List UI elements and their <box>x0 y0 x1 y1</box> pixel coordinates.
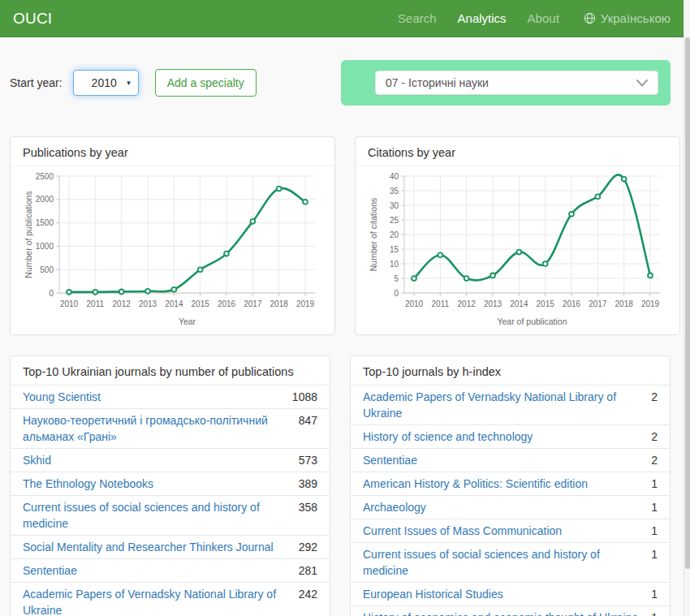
filter-controls: Start year: 2010 ▾ Add a specialty 07 - … <box>10 60 671 106</box>
journal-count: 292 <box>299 539 317 555</box>
journal-link[interactable]: Current issues of social sciences and hi… <box>23 499 299 532</box>
journal-row: Young Scientist1088 <box>11 385 330 408</box>
journal-link[interactable]: Науково-теоретичний і громадсько-політич… <box>23 412 299 445</box>
svg-text:40: 40 <box>390 172 399 181</box>
chart-point <box>569 212 574 217</box>
journal-count: 1 <box>651 523 658 539</box>
nav-item-about[interactable]: About <box>528 11 559 25</box>
journal-link[interactable]: History of science and technology <box>363 429 541 445</box>
chart-point <box>145 289 150 294</box>
journal-link[interactable]: Academic Papers of Vernadsky National Li… <box>23 586 299 616</box>
svg-text:500: 500 <box>40 265 54 274</box>
journal-row: Academic Papers of Vernadsky National Li… <box>351 385 670 424</box>
journal-count: 847 <box>299 412 317 429</box>
chart-point <box>277 187 282 192</box>
journal-row: Науково-теоретичний і громадсько-політич… <box>11 408 330 448</box>
svg-text:10: 10 <box>390 260 399 269</box>
chevron-down-icon <box>636 80 648 87</box>
svg-text:20: 20 <box>390 230 399 239</box>
svg-text:Year: Year <box>179 317 196 326</box>
specialty-panel: 07 - Історичні науки <box>341 60 671 106</box>
citations-chart-card: Citations by year 0510152025303540201020… <box>355 136 680 335</box>
journal-row: European Historical Studies1 <box>351 582 670 605</box>
chart-title: Citations by year <box>356 137 679 166</box>
journal-link[interactable]: European Historical Studies <box>363 586 511 602</box>
start-year-group: Start year: 2010 ▾ Add a specialty <box>10 69 257 97</box>
language-label: Українською <box>601 11 671 25</box>
start-year-label: Start year: <box>10 76 63 89</box>
svg-text:2010: 2010 <box>405 299 424 308</box>
journal-row: Sententiae2 <box>351 448 670 472</box>
journal-count: 1 <box>651 610 658 616</box>
language-switcher[interactable]: Українською <box>584 11 671 25</box>
start-year-value: 2010 <box>92 76 117 89</box>
journal-row: Skhid573 <box>11 448 330 472</box>
chart-point <box>412 276 416 281</box>
svg-text:2011: 2011 <box>87 299 105 308</box>
journal-link[interactable]: Skhid <box>23 452 59 468</box>
chart-point <box>622 177 627 182</box>
chart-point <box>490 274 495 278</box>
journal-link[interactable]: Archaeology <box>363 499 434 515</box>
table-title: Top-10 journals by h-index <box>351 356 670 385</box>
svg-text:2018: 2018 <box>615 299 634 308</box>
svg-text:2019: 2019 <box>296 299 315 308</box>
chart-point <box>224 252 229 256</box>
svg-text:2014: 2014 <box>165 299 183 308</box>
svg-text:2016: 2016 <box>563 299 581 308</box>
table-title: Top-10 Ukrainian journals by number of p… <box>11 356 330 385</box>
svg-text:1500: 1500 <box>36 218 54 227</box>
brand-logo[interactable]: OUCI <box>13 10 52 28</box>
journal-count: 1 <box>651 586 658 602</box>
journal-count: 1 <box>651 546 658 562</box>
nav-item-analytics[interactable]: Analytics <box>458 11 507 25</box>
journal-link[interactable]: The Ethnology Notebooks <box>23 476 162 492</box>
start-year-select[interactable]: 2010 ▾ <box>73 70 139 96</box>
journal-count: 242 <box>299 586 317 602</box>
journal-row: Academic Papers of Vernadsky National Li… <box>11 582 330 616</box>
citations-chart: 0510152025303540201020112012201320142015… <box>367 168 668 330</box>
journal-link[interactable]: Current issues of social sciences and hi… <box>363 546 651 579</box>
specialty-select[interactable]: 07 - Історичні науки <box>375 71 658 95</box>
svg-text:2012: 2012 <box>458 299 477 308</box>
journal-row: Current issues of social sciences and hi… <box>11 495 330 535</box>
charts-row: Publications by year 0500100015002000250… <box>10 136 671 335</box>
page-scrollbar-track[interactable] <box>684 0 690 616</box>
journal-link[interactable]: Current Issues of Mass Communication <box>363 523 570 539</box>
journal-count: 2 <box>651 429 658 445</box>
journal-count: 1 <box>651 476 658 492</box>
chart-point <box>198 267 203 272</box>
chart-point <box>67 290 71 295</box>
svg-text:Number of citations: Number of citations <box>369 198 378 271</box>
journal-count: 1 <box>651 499 658 515</box>
journal-row: Archaeology1 <box>351 495 670 519</box>
chart-point <box>93 290 97 295</box>
page-scrollbar-thumb[interactable] <box>685 37 690 569</box>
svg-text:2015: 2015 <box>537 299 555 308</box>
globe-icon <box>584 12 596 24</box>
top-navbar: OUCI Search Analytics About Українською <box>0 0 684 37</box>
specialty-value: 07 - Історичні науки <box>386 76 489 89</box>
svg-text:2013: 2013 <box>139 299 157 308</box>
journal-link[interactable]: Young Scientist <box>23 389 109 405</box>
chart-point <box>543 261 548 266</box>
journal-count: 1088 <box>292 389 317 405</box>
chart-title: Publications by year <box>11 137 334 166</box>
svg-text:0: 0 <box>394 289 399 298</box>
add-specialty-button[interactable]: Add a specialty <box>155 69 257 97</box>
journal-link[interactable]: Social Mentality and Researcher Thinkers… <box>23 539 282 555</box>
journal-link[interactable]: Sententiae <box>363 452 425 468</box>
svg-text:2016: 2016 <box>218 299 236 308</box>
journal-row: History of science and technology2 <box>351 424 670 448</box>
chart-point <box>595 194 600 199</box>
journal-link[interactable]: Sententiae <box>23 562 85 579</box>
journal-link[interactable]: Academic Papers of Vernadsky National Li… <box>363 389 651 421</box>
journal-row: American History & Politics: Scientific … <box>351 472 670 495</box>
svg-text:2000: 2000 <box>36 195 54 204</box>
svg-text:2014: 2014 <box>510 299 528 308</box>
journal-link[interactable]: American History & Politics: Scientific … <box>363 476 596 492</box>
top-journals-hindex-card: Top-10 journals by h-index Academic Pape… <box>350 355 671 616</box>
nav-item-search[interactable]: Search <box>398 11 437 25</box>
chart-point <box>119 289 124 294</box>
journal-link[interactable]: History of economics and economic though… <box>363 610 646 616</box>
